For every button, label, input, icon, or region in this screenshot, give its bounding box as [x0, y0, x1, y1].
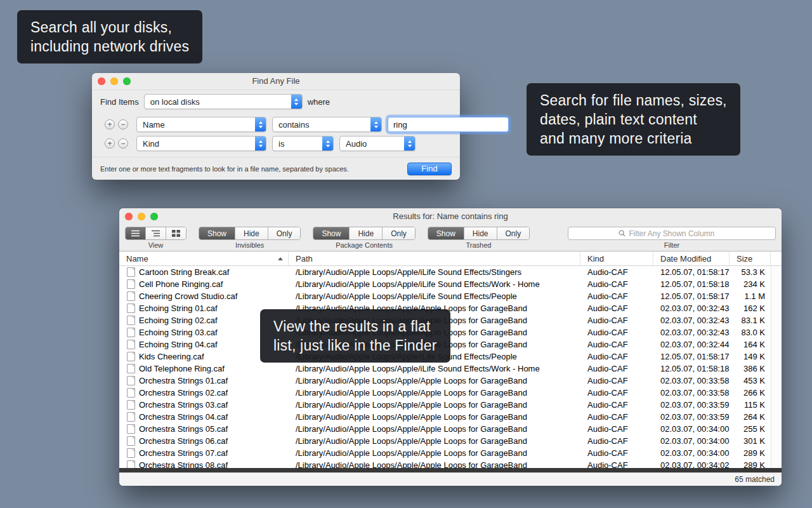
- table-row[interactable]: Echoing String 01.caf /Library/Audio/App…: [119, 302, 782, 314]
- cell-name: Cartoon String Break.caf: [139, 267, 229, 277]
- flat-list-view-button[interactable]: [126, 227, 146, 239]
- document-icon: [127, 267, 135, 277]
- table-row[interactable]: Echoing String 02.caf /Library/Audio/App…: [119, 314, 782, 326]
- table-row[interactable]: Cheering Crowd Studio.caf /Library/Audio…: [119, 290, 782, 302]
- table-row[interactable]: Echoing String 04.caf /Library/Audio/App…: [119, 338, 782, 351]
- sort-ascending-icon: [278, 257, 283, 260]
- cell-size: 289 K: [730, 448, 771, 458]
- callout-line: Search for file names, sizes,: [540, 91, 727, 110]
- find-items-label: Find Items: [100, 97, 139, 107]
- close-button[interactable]: [125, 213, 133, 220]
- results-window: Results for: Name contains ring View Sho…: [119, 208, 782, 486]
- table-row[interactable]: Orchestra Strings 06.caf /Library/Audio/…: [119, 435, 782, 447]
- add-criterion-button[interactable]: +: [105, 119, 115, 130]
- cell-size: 264 K: [730, 412, 771, 422]
- vertical-scrollbar[interactable]: [771, 266, 782, 468]
- cell-kind: Audio-CAF: [580, 352, 653, 361]
- document-icon: [127, 364, 135, 373]
- document-icon: [127, 412, 135, 422]
- filter-field[interactable]: [568, 227, 776, 240]
- invisibles-show-button[interactable]: Show: [199, 227, 235, 239]
- document-icon: [127, 460, 135, 468]
- document-icon: [127, 400, 135, 410]
- table-row[interactable]: Cartoon String Break.caf /Library/Audio/…: [119, 266, 782, 278]
- cell-name: Orchestra Strings 04.caf: [139, 412, 228, 422]
- document-icon: [127, 388, 135, 398]
- field-popup[interactable]: Kind: [136, 136, 266, 151]
- document-icon: [127, 279, 135, 289]
- trashed-only-button[interactable]: Only: [497, 227, 530, 239]
- invisibles-hide-button[interactable]: Hide: [235, 227, 268, 239]
- zoom-button[interactable]: [123, 77, 131, 85]
- add-criterion-button[interactable]: +: [105, 138, 115, 149]
- results-table: Cartoon String Break.caf /Library/Audio/…: [119, 266, 782, 468]
- filter-input[interactable]: [628, 229, 726, 239]
- table-row[interactable]: Orchestra Strings 05.caf /Library/Audio/…: [119, 423, 782, 435]
- cell-date-modified: 02.03.07, 00:32:43: [653, 304, 730, 313]
- cell-path: /Library/Audio/Apple Loops/Apple/Apple L…: [289, 376, 580, 385]
- column-header-size[interactable]: Size: [730, 251, 771, 265]
- table-row[interactable]: Orchestra Strings 04.caf /Library/Audio/…: [119, 411, 782, 423]
- table-row[interactable]: Orchestra Strings 03.caf /Library/Audio/…: [119, 399, 782, 411]
- field-popup-value: Name: [143, 120, 165, 130]
- field-popup[interactable]: Name: [136, 117, 266, 132]
- package-show-button[interactable]: Show: [313, 227, 350, 239]
- trashed-show-button[interactable]: Show: [428, 227, 464, 239]
- cell-path: /Library/Audio/Apple Loops/Apple/Apple L…: [289, 436, 580, 446]
- cell-path: /Library/Audio/Apple Loops/Apple/iLife S…: [289, 291, 580, 301]
- cell-date-modified: 02.03.07, 00:34:02: [653, 460, 730, 468]
- search-term-input[interactable]: [388, 117, 509, 132]
- remove-criterion-button[interactable]: −: [118, 119, 128, 130]
- find-window-titlebar[interactable]: Find Any File: [92, 73, 460, 90]
- operator-popup[interactable]: contains: [272, 117, 382, 132]
- cell-size: 53.3 K: [730, 267, 771, 277]
- table-row[interactable]: Orchestra Strings 08.caf /Library/Audio/…: [119, 459, 782, 468]
- minimize-button[interactable]: [110, 77, 118, 85]
- cell-path: /Library/Audio/Apple Loops/Apple/iLife S…: [289, 267, 580, 277]
- operator-popup[interactable]: is: [272, 136, 334, 151]
- column-header-name[interactable]: Name: [119, 251, 289, 265]
- table-row[interactable]: Orchestra Strings 01.caf /Library/Audio/…: [119, 375, 782, 387]
- table-row[interactable]: Kids Cheering.caf /Library/Audio/Apple L…: [119, 351, 782, 363]
- package-only-button[interactable]: Only: [383, 227, 415, 239]
- scope-popup[interactable]: on local disks: [144, 94, 303, 109]
- table-row[interactable]: Old Telephone Ring.caf /Library/Audio/Ap…: [119, 363, 782, 375]
- column-header-path[interactable]: Path: [289, 251, 580, 265]
- cell-size: 115 K: [730, 400, 771, 410]
- invisibles-only-button[interactable]: Only: [268, 227, 301, 239]
- cell-path: /Library/Audio/Apple Loops/Apple/Apple L…: [289, 460, 580, 468]
- table-row[interactable]: Echoing String 03.caf /Library/Audio/App…: [119, 326, 782, 338]
- criterion-row-kind: + − Kind is Audio: [105, 136, 421, 151]
- value-popup[interactable]: Audio: [339, 136, 416, 151]
- column-header-date-modified[interactable]: Date Modified: [653, 251, 730, 265]
- cell-size: 301 K: [730, 436, 771, 446]
- remove-criterion-button[interactable]: −: [118, 138, 128, 149]
- trashed-hide-button[interactable]: Hide: [464, 227, 497, 239]
- package-hide-button[interactable]: Hide: [350, 227, 383, 239]
- find-button[interactable]: Find: [407, 163, 452, 175]
- close-button[interactable]: [98, 77, 105, 85]
- document-icon: [127, 304, 135, 313]
- detail-list-view-button[interactable]: [146, 227, 166, 239]
- column-header-kind[interactable]: Kind: [580, 251, 653, 265]
- cell-path: /Library/Audio/Apple Loops/Apple/Apple L…: [289, 400, 580, 410]
- cell-date-modified: 02.03.07, 00:33:58: [653, 376, 730, 385]
- column-header-spacer: [771, 251, 782, 265]
- cell-size: 149 K: [730, 352, 771, 361]
- cell-size: 164 K: [730, 340, 771, 349]
- results-window-titlebar[interactable]: Results for: Name contains ring: [119, 208, 782, 225]
- table-row[interactable]: Orchestra Strings 02.caf /Library/Audio/…: [119, 387, 782, 399]
- table-row[interactable]: Cell Phone Ringing.caf /Library/Audio/Ap…: [119, 278, 782, 290]
- filter-control-group: Filter: [568, 227, 776, 249]
- cell-path: /Library/Audio/Apple Loops/Apple/Apple L…: [289, 412, 580, 422]
- minimize-button[interactable]: [138, 213, 145, 220]
- view-control-group: View: [125, 227, 187, 249]
- zoom-button[interactable]: [150, 213, 158, 220]
- field-popup-value: Kind: [143, 139, 159, 149]
- cell-kind: Audio-CAF: [580, 291, 653, 301]
- cell-kind: Audio-CAF: [580, 304, 653, 313]
- grid-view-button[interactable]: [166, 227, 186, 239]
- table-row[interactable]: Orchestra Strings 07.caf /Library/Audio/…: [119, 447, 782, 459]
- popup-stepper-icon: [291, 95, 302, 109]
- operator-popup-value: is: [278, 139, 284, 149]
